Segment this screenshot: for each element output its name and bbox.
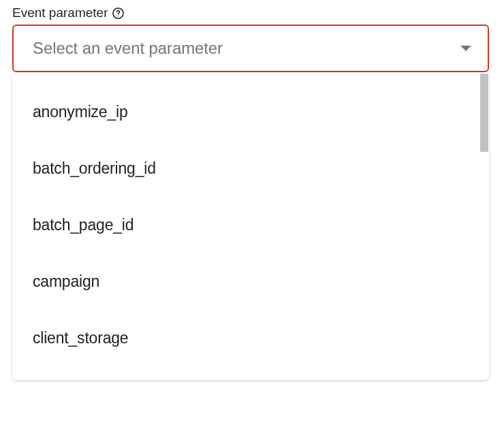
- dropdown-option[interactable]: client_storage: [12, 310, 489, 366]
- dropdown-option[interactable]: batch_ordering_id: [12, 140, 489, 197]
- chevron-down-icon: [460, 46, 471, 51]
- select-placeholder: Select an event parameter: [33, 39, 223, 58]
- field-label: Event parameter: [12, 5, 108, 20]
- event-parameter-select[interactable]: Select an event parameter: [12, 25, 489, 72]
- dropdown-menu: anonymize_ip batch_ordering_id batch_pag…: [12, 73, 489, 380]
- dropdown-option[interactable]: anonymize_ip: [12, 84, 489, 140]
- dropdown-option[interactable]: batch_page_id: [12, 197, 489, 253]
- svg-point-1: [118, 15, 119, 16]
- dropdown-container: Select an event parameter anonymize_ip b…: [12, 25, 492, 380]
- field-label-row: Event parameter: [12, 5, 492, 20]
- scrollbar-thumb[interactable]: [480, 74, 488, 152]
- dropdown-list: anonymize_ip batch_ordering_id batch_pag…: [12, 73, 489, 380]
- help-icon[interactable]: [112, 7, 125, 20]
- dropdown-option[interactable]: campaign: [12, 253, 489, 310]
